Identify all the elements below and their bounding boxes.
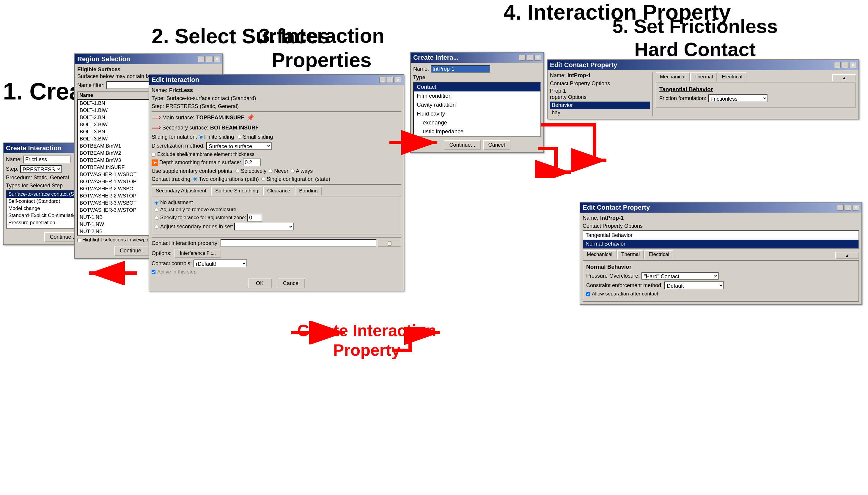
ecp-options-text: roperty Options [550,94,587,100]
ci-continue-btn[interactable]: Continue... [444,140,480,150]
contact-controls-select[interactable]: (Default) [194,259,247,267]
friction-select[interactable]: Frictionless [708,95,768,102]
edit-contact-property-bottom: Edit Contact Property _ □ ✕ Name: IntPro… [580,202,862,305]
minimize-btn4[interactable]: _ [834,62,841,68]
pressure-overclosure-select[interactable]: "Hard" Contact [641,272,719,280]
create-interaction-title: Create Interaction [6,144,62,152]
active-step-label: Active in this step [157,269,196,275]
minimize-btn2[interactable]: _ [379,77,386,83]
type-fluid-cavity[interactable]: Fluid cavity [414,109,540,118]
minimize-btn5[interactable]: _ [837,205,844,210]
ecpb-options-label: Contact Property Options [583,223,859,229]
region-selection-title: Region Selection [77,55,130,63]
type-exchange[interactable]: exchange [414,118,540,127]
close-btn2[interactable]: ✕ [395,77,401,83]
close-btn3[interactable]: ✕ [535,55,541,61]
interference-fit-button[interactable]: Interference Fit... [175,249,221,258]
tracking-single-radio[interactable] [261,177,265,181]
ecpb-tab-content: Normal Behavior Pressure-Overclosure: "H… [583,260,859,302]
no-adj-radio[interactable] [154,201,159,205]
maximize-btn4[interactable]: □ [842,62,848,68]
ei-type-value: Surface-to-surface contact (Standard) [166,95,256,102]
step-label: Step: [6,166,18,172]
exclude-shell-checkbox[interactable] [152,153,155,156]
highlight-label: Highlight selections in viewport [82,237,151,243]
discretization-select[interactable]: Surface to surface [206,142,272,150]
tab-thermal[interactable]: Thermal [690,72,717,81]
ecpb-tangential[interactable]: Tangential Behavior [583,231,858,240]
sliding-small-radio[interactable] [238,135,241,139]
supplementary-label: Use supplementary contact points: [152,168,234,174]
adjust-set-select[interactable] [234,223,294,231]
ecp-top-tab-content: Tangential Behavior Friction formulation… [656,83,856,107]
tracking-two-radio[interactable] [194,177,197,181]
ei-type-label: Type: [152,95,165,102]
supp-selectively-radio[interactable] [235,169,239,173]
tab-clearance[interactable]: Clearance [263,187,295,195]
active-step-checkbox[interactable] [152,270,155,274]
create-int-prop-button[interactable]: 📋 [378,240,401,247]
tab-content-secondary-adj: No adjustment Adjust only to remove over… [152,197,401,235]
highlight-checkbox[interactable] [77,238,81,242]
ok-button[interactable]: OK [248,278,272,288]
maximize-btn2[interactable]: □ [387,77,394,83]
tracking-two: Two configurations (path) [199,176,259,182]
ci-name-input[interactable] [431,65,490,73]
ecpb-tab-mechanical[interactable]: Mechanical [583,250,617,259]
tab-bonding[interactable]: Bonding [295,187,322,195]
secondary-surface-value: BOTBEAM.INSURF [210,125,259,131]
depth-arrow: ➤ [152,159,158,166]
sliding-finite-radio[interactable] [199,135,203,139]
name-label: Name: [6,156,22,163]
close-btn[interactable]: ✕ [213,56,220,62]
ecp-behavior-selected[interactable]: Behavior [550,102,650,109]
adjust-overclosure-radio[interactable] [154,208,159,212]
tab-surface-smoothing[interactable]: Surface Smoothing [211,187,262,195]
maximize-btn5[interactable]: □ [845,205,851,210]
allow-separation-checkbox[interactable] [586,292,590,296]
tangential-behavior-header: Tangential Behavior [659,86,853,93]
close-btn4[interactable]: ✕ [850,62,856,68]
step-select[interactable]: PRESTRESS [20,165,62,173]
tab-mechanical[interactable]: Mechanical [656,72,690,81]
close-btn5[interactable]: ✕ [853,205,859,210]
sliding-finite-label: Finite sliding [204,134,234,140]
adjust-overclosure-label: Adjust only to remove overclosure [160,207,236,212]
expand-btn2[interactable]: ▲ [835,252,859,259]
options-label: Options: [152,250,171,257]
maximize-btn[interactable]: □ [206,56,212,62]
continue-btn-region[interactable]: Continue... [114,246,151,256]
ecpb-normal-selected[interactable]: Normal Behavior [583,240,858,248]
ecpb-options-list[interactable]: Tangential Behavior Normal Behavior [583,231,859,249]
ci-cancel-btn[interactable]: Cancel [483,140,510,150]
tab-electrical[interactable]: Electrical [718,72,747,81]
type-contact[interactable]: Contact [414,83,540,91]
adjust-secondary-label: Adjust secondary nodes in set: [160,224,233,230]
secondary-surface-label: Secondary surface: [162,125,208,131]
minimize-btn[interactable]: _ [198,56,204,62]
type-cavity-radiation[interactable]: Cavity radiation [414,100,540,109]
tab-secondary-adj[interactable]: Secondary Adjustment [152,187,211,195]
name-input[interactable] [23,156,71,163]
edit-contact-property-top: Edit Contact Property _ □ ✕ Name: IntPro… [547,59,859,119]
expand-btn[interactable]: ▲ [832,74,856,81]
separator2 [152,184,401,185]
cancel-button2[interactable]: Cancel [278,278,305,288]
supp-always-radio[interactable] [291,169,295,173]
supp-never-radio[interactable] [269,169,273,173]
main-surface-icon: ⟹ [152,114,161,121]
type-film-condition[interactable]: Film condition [414,91,540,100]
contact-int-prop-input[interactable] [220,239,376,247]
specify-tol-radio[interactable] [154,216,159,220]
ecpb-tab-electrical[interactable]: Electrical [644,250,673,259]
smoothing-input[interactable] [243,158,261,166]
adjust-secondary-radio[interactable] [154,225,159,229]
maximize-btn3[interactable]: □ [527,55,533,61]
ecpb-tab-thermal[interactable]: Thermal [617,250,644,259]
minimize-btn3[interactable]: _ [519,55,526,61]
separator3 [152,237,401,238]
arrow-to-create-intera [383,128,443,157]
ecpb-name-label: Name: [583,215,599,221]
constraint-select[interactable]: Default [665,281,724,289]
tolerance-input[interactable] [247,214,262,222]
